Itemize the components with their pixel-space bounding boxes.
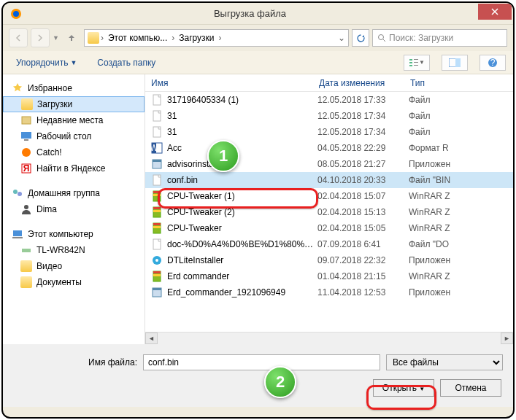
file-icon: W bbox=[151, 142, 163, 154]
svg-rect-14 bbox=[21, 132, 31, 139]
file-date: 04.10.2018 20:33 bbox=[317, 175, 409, 185]
file-row[interactable]: CPU-Tweaker (1)02.04.2018 15:07WinRAR Z bbox=[145, 188, 513, 204]
file-row[interactable]: CPU-Tweaker (2)02.04.2018 15:13WinRAR Z bbox=[145, 204, 513, 220]
file-type: Приложен bbox=[409, 255, 513, 265]
file-name: 31 bbox=[167, 127, 317, 137]
svg-point-21 bbox=[24, 205, 28, 209]
arrow-right-icon bbox=[36, 34, 45, 42]
filename-label: Имя файла: bbox=[13, 357, 137, 368]
svg-rect-50 bbox=[153, 288, 161, 290]
sidebar-item-yandex[interactable]: ЯНайти в Яндексе bbox=[3, 160, 145, 176]
sidebar-homegroup-header[interactable]: Домашняя группа bbox=[3, 185, 145, 201]
sidebar-item-recent[interactable]: Недавние места bbox=[3, 112, 145, 128]
folder-icon bbox=[21, 98, 33, 110]
path-seg-1[interactable]: Этот компью... bbox=[105, 33, 170, 43]
filename-input[interactable] bbox=[143, 354, 380, 370]
path-seg-2[interactable]: Загрузки bbox=[176, 33, 217, 43]
file-row[interactable]: 317196405334 (1)12.05.2018 17:33Файл bbox=[145, 92, 513, 108]
preview-pane-button[interactable] bbox=[442, 55, 468, 71]
svg-rect-33 bbox=[153, 175, 161, 185]
file-icon bbox=[151, 254, 163, 266]
file-type: Файл bbox=[409, 127, 513, 137]
recent-dropdown-icon[interactable]: ▼ bbox=[53, 34, 59, 42]
firefox-icon bbox=[10, 8, 22, 20]
file-row[interactable]: CPU-Tweaker02.04.2018 15:05WinRAR Z bbox=[145, 220, 513, 236]
sidebar: Избранное Загрузки Недавние места Рабочи… bbox=[3, 74, 145, 344]
sidebar-thispc-header[interactable]: Этот компьютер bbox=[3, 226, 145, 242]
sidebar-item-documents[interactable]: Документы bbox=[3, 274, 145, 290]
sidebar-favorites-header[interactable]: Избранное bbox=[3, 80, 145, 96]
sidebar-item-router[interactable]: TL-WR842N bbox=[3, 242, 145, 258]
file-row[interactable]: conf.bin04.10.2018 20:33Файл "BIN bbox=[145, 172, 513, 188]
sidebar-item-downloads[interactable]: Загрузки bbox=[3, 96, 145, 112]
col-type[interactable]: Тип bbox=[404, 78, 513, 88]
forward-button[interactable] bbox=[31, 28, 50, 47]
scroll-left-icon[interactable]: ◄ bbox=[145, 332, 158, 344]
svg-rect-39 bbox=[153, 210, 161, 212]
open-button[interactable]: Открыть ▼ bbox=[373, 379, 434, 397]
svg-rect-42 bbox=[153, 226, 161, 228]
column-headers: Имя Дата изменения Тип bbox=[145, 74, 513, 92]
col-date[interactable]: Дата изменения bbox=[313, 78, 404, 88]
svg-rect-5 bbox=[409, 65, 412, 66]
chevron-down-icon[interactable]: ⌄ bbox=[338, 33, 345, 43]
svg-rect-25 bbox=[153, 95, 161, 105]
up-button[interactable] bbox=[62, 28, 81, 47]
file-name: CPU-Tweaker bbox=[167, 223, 317, 233]
organize-button[interactable]: Упорядочить ▼ bbox=[10, 56, 82, 69]
file-type: WinRAR Z bbox=[409, 191, 513, 201]
file-type: WinRAR Z bbox=[409, 271, 513, 281]
new-folder-button[interactable]: Создать папку bbox=[91, 56, 161, 69]
arrow-left-icon bbox=[14, 34, 23, 42]
view-button[interactable]: ▼ bbox=[404, 55, 430, 71]
file-name: CPU-Tweaker (1) bbox=[167, 191, 317, 201]
file-date: 12.05.2018 17:34 bbox=[317, 127, 409, 137]
path-bar[interactable]: › Этот компью... › Загрузки › ⌄ bbox=[84, 29, 349, 47]
svg-rect-36 bbox=[153, 194, 161, 196]
file-row[interactable]: doc-%D0%A4%D0%BE%D1%80%D0%BC...07.09.201… bbox=[145, 236, 513, 252]
file-name: Erd_commander_1921096949 bbox=[167, 287, 317, 298]
sidebar-item-catch[interactable]: Catch! bbox=[3, 144, 145, 160]
svg-rect-48 bbox=[153, 274, 161, 276]
search-input[interactable]: Поиск: Загрузки bbox=[372, 29, 507, 47]
cancel-button[interactable]: Отмена bbox=[440, 379, 501, 397]
file-icon bbox=[151, 126, 163, 138]
scroll-right-icon[interactable]: ► bbox=[501, 332, 513, 344]
sidebar-item-desktop[interactable]: Рабочий стол bbox=[3, 128, 145, 144]
file-icon bbox=[151, 287, 163, 298]
sidebar-item-videos[interactable]: Видео bbox=[3, 258, 145, 274]
search-placeholder: Поиск: Загрузки bbox=[389, 33, 453, 43]
svg-rect-41 bbox=[153, 223, 161, 225]
filetype-select[interactable]: Все файлы bbox=[386, 354, 503, 370]
help-button[interactable]: ? bbox=[480, 55, 506, 71]
file-list[interactable]: 317196405334 (1)12.05.2018 17:33Файл3112… bbox=[145, 92, 513, 332]
sidebar-item-dima[interactable]: Dima bbox=[3, 201, 145, 217]
file-row[interactable]: WAcc04.05.2018 22:29Формат R bbox=[145, 140, 513, 156]
svg-rect-43 bbox=[153, 239, 161, 249]
file-row[interactable]: advisorinstaller08.05.2018 21:27Приложен bbox=[145, 156, 513, 172]
back-button[interactable] bbox=[9, 28, 28, 47]
col-name[interactable]: Имя bbox=[145, 78, 313, 88]
file-name: CPU-Tweaker (2) bbox=[167, 207, 317, 217]
svg-rect-35 bbox=[153, 191, 161, 193]
file-row[interactable]: Erd_commander_192109694911.04.2018 12:53… bbox=[145, 284, 513, 300]
file-date: 01.04.2018 21:15 bbox=[317, 271, 409, 281]
folder-icon bbox=[20, 260, 32, 272]
folder-icon bbox=[88, 32, 99, 44]
file-row[interactable]: Erd commander01.04.2018 21:15WinRAR Z bbox=[145, 268, 513, 284]
horizontal-scrollbar[interactable]: ◄ ► bbox=[145, 332, 513, 344]
bottom-panel: Имя файла: Все файлы Открыть ▼ Отмена bbox=[3, 344, 513, 407]
yandex-icon: Я bbox=[20, 163, 32, 174]
close-button[interactable] bbox=[478, 4, 512, 20]
file-type: Файл bbox=[409, 95, 513, 105]
file-row[interactable]: DTLiteInstaller09.07.2018 22:32Приложен bbox=[145, 252, 513, 268]
file-icon bbox=[151, 206, 163, 218]
svg-point-19 bbox=[13, 190, 18, 194]
svg-rect-47 bbox=[153, 271, 161, 273]
file-row[interactable]: 3112.05.2018 17:34Файл bbox=[145, 108, 513, 124]
file-name: Acc bbox=[167, 143, 317, 153]
refresh-button[interactable] bbox=[352, 29, 369, 47]
file-type: WinRAR Z bbox=[409, 207, 513, 217]
svg-rect-23 bbox=[12, 237, 23, 238]
file-row[interactable]: 3112.05.2018 17:34Файл bbox=[145, 124, 513, 140]
